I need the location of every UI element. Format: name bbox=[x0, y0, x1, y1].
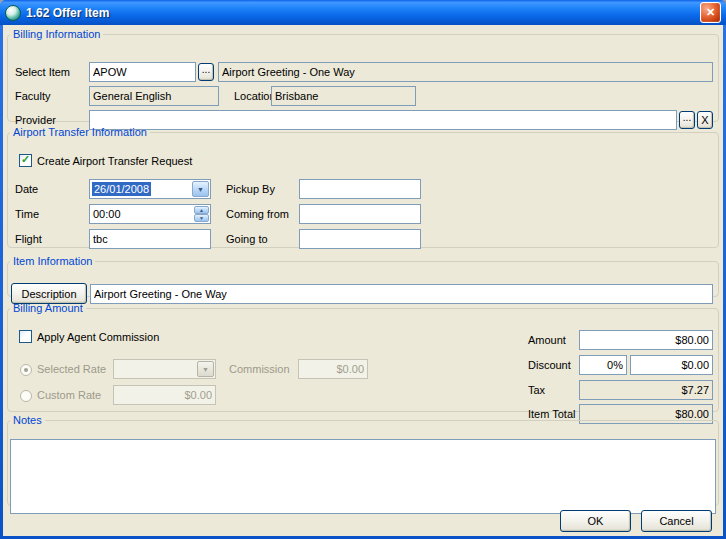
amount-input[interactable] bbox=[579, 330, 713, 350]
select-item-input[interactable] bbox=[89, 62, 196, 82]
custom-rate-field bbox=[113, 385, 216, 405]
chevron-down-icon[interactable] bbox=[192, 181, 209, 197]
time-label: Time bbox=[15, 208, 39, 221]
billing-amount-section: Billing Amount Apply Agent Commission Am… bbox=[7, 302, 719, 412]
dialog-body: Billing Information Select Item ... Facu… bbox=[3, 25, 723, 536]
titlebar: 1.62 Offer Item bbox=[0, 0, 726, 25]
custom-rate-label: Custom Rate bbox=[37, 389, 101, 402]
spinner-down-icon[interactable] bbox=[194, 214, 209, 222]
commission-field bbox=[298, 359, 368, 379]
commission-label: Commission bbox=[229, 363, 290, 376]
date-label: Date bbox=[15, 183, 38, 196]
window-title: 1.62 Offer Item bbox=[26, 6, 109, 20]
select-item-description-field bbox=[218, 62, 713, 82]
app-icon bbox=[5, 5, 21, 21]
tax-field bbox=[579, 380, 713, 400]
billing-amount-title: Billing Amount bbox=[10, 302, 86, 314]
cancel-button[interactable]: Cancel bbox=[641, 510, 712, 532]
faculty-label: Faculty bbox=[15, 90, 50, 103]
airport-transfer-title: Airport Transfer Information bbox=[10, 126, 150, 138]
discount-amount-input[interactable] bbox=[630, 355, 713, 375]
amount-label: Amount bbox=[528, 334, 566, 347]
airport-transfer-section: Airport Transfer Information Create Airp… bbox=[7, 126, 719, 248]
selected-rate-radio bbox=[20, 364, 32, 376]
close-icon[interactable] bbox=[700, 2, 721, 23]
faculty-field bbox=[89, 86, 219, 106]
location-field bbox=[271, 86, 416, 106]
coming-from-input[interactable] bbox=[299, 204, 421, 224]
pickup-by-input[interactable] bbox=[299, 179, 421, 199]
pickup-by-label: Pickup By bbox=[226, 183, 275, 196]
ok-button[interactable]: OK bbox=[560, 510, 631, 532]
location-label: Location bbox=[234, 90, 276, 103]
notes-textarea[interactable] bbox=[10, 439, 716, 514]
notes-section: Notes bbox=[7, 414, 719, 506]
time-spinner[interactable]: 00:00 bbox=[89, 204, 211, 224]
select-item-label: Select Item bbox=[15, 66, 70, 79]
flight-label: Flight bbox=[15, 233, 42, 246]
select-item-browse-button[interactable]: ... bbox=[198, 63, 214, 81]
item-information-title: Item Information bbox=[10, 255, 95, 267]
discount-label: Discount bbox=[528, 359, 571, 372]
offer-item-dialog: 1.62 Offer Item Billing Information Sele… bbox=[0, 0, 726, 539]
spinner-up-icon[interactable] bbox=[194, 206, 209, 214]
coming-from-label: Coming from bbox=[226, 208, 289, 221]
discount-percent-input[interactable] bbox=[579, 355, 627, 375]
billing-information-title: Billing Information bbox=[10, 28, 103, 40]
rate-combobox bbox=[113, 359, 216, 379]
apply-commission-checkbox[interactable] bbox=[19, 330, 32, 343]
selected-rate-label: Selected Rate bbox=[37, 363, 106, 376]
billing-information-section: Billing Information Select Item ... Facu… bbox=[7, 28, 719, 122]
item-information-section: Item Information Description bbox=[7, 255, 719, 297]
item-description-field[interactable] bbox=[90, 284, 713, 304]
custom-rate-radio bbox=[20, 390, 32, 402]
create-transfer-checkbox[interactable] bbox=[19, 154, 32, 167]
date-combobox[interactable]: 26/01/2008 bbox=[89, 179, 211, 199]
going-to-label: Going to bbox=[226, 233, 268, 246]
create-transfer-label: Create Airport Transfer Request bbox=[37, 155, 192, 168]
notes-title: Notes bbox=[10, 414, 45, 426]
apply-commission-label: Apply Agent Commission bbox=[37, 331, 159, 344]
tax-label: Tax bbox=[528, 384, 545, 397]
flight-input[interactable] bbox=[89, 229, 211, 249]
time-value: 00:00 bbox=[93, 207, 121, 221]
description-button[interactable]: Description bbox=[11, 283, 87, 304]
chevron-down-icon bbox=[197, 361, 214, 377]
going-to-input[interactable] bbox=[299, 229, 421, 249]
date-value: 26/01/2008 bbox=[92, 182, 151, 196]
